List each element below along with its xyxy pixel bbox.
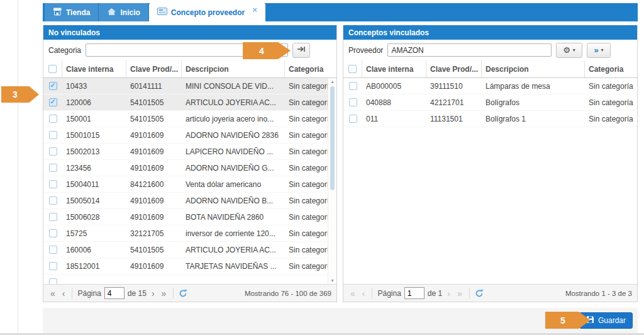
move-right-button[interactable] — [292, 43, 310, 58]
showing-status: Mostrando 1 - 3 de 3 — [565, 290, 632, 297]
tab-concepto-proveedor[interactable]: Concepto proveedor × — [149, 3, 265, 21]
table-row[interactable]: 12345649101609ADORNO NAVIDEÑO G...Sin ca… — [43, 160, 336, 176]
tab-inicio[interactable]: Inicio — [99, 3, 148, 21]
row-checkbox[interactable] — [49, 98, 57, 106]
row-checkbox[interactable] — [49, 213, 57, 221]
column-header[interactable]: Clave interna — [62, 60, 126, 77]
select-all-checkbox[interactable] — [348, 65, 357, 73]
refresh-icon[interactable] — [179, 289, 187, 298]
table-row[interactable]: 1500101549101609ADORNO NAVIDEÑO 2836Sin … — [43, 127, 336, 144]
first-page-button[interactable]: « — [48, 289, 57, 298]
tab-tienda[interactable]: Tienda — [45, 3, 99, 21]
column-header[interactable]: Clave interna — [362, 60, 426, 77]
table-row[interactable]: 1851200149101609TARJETAS NAVIDEÑAS ...Si… — [43, 258, 336, 275]
cell-clave_interna: AB000005 — [362, 82, 426, 91]
column-header[interactable]: Descripcion — [482, 60, 585, 77]
page-input[interactable] — [404, 287, 425, 299]
tab-label: Concepto proveedor — [171, 8, 245, 17]
checkbox-cell — [43, 164, 62, 172]
cell-descripcion: TARJETAS NAVIDEÑAS ... — [182, 262, 285, 271]
left-table-header: Clave interna Clave Prod/... Descripcion… — [43, 60, 336, 78]
next-page-button[interactable]: › — [445, 289, 452, 298]
checkbox-cell — [43, 98, 62, 106]
cell-clave_interna: 15002013 — [62, 147, 126, 156]
row-checkbox[interactable] — [349, 115, 357, 123]
row-checkbox[interactable] — [49, 262, 57, 270]
refresh-icon[interactable] — [475, 289, 484, 298]
first-page-button[interactable]: « — [348, 289, 357, 298]
row-checkbox[interactable] — [49, 278, 57, 284]
table-row[interactable] — [43, 275, 336, 284]
last-page-button[interactable]: » — [455, 289, 464, 298]
row-checkbox[interactable] — [49, 164, 57, 172]
table-row[interactable]: 16000654101505ARTICULO JOYERIA AC...Sin … — [43, 242, 336, 258]
table-row[interactable]: 1043360141111MINI CONSOLA DE VID...Sin c… — [43, 78, 336, 94]
cell-clave_prod: 49101609 — [126, 213, 182, 222]
proveedor-input[interactable] — [387, 43, 552, 57]
cell-clave_prod: 32121705 — [126, 229, 182, 238]
vertical-scrollbar[interactable]: ▴ ▾ — [328, 78, 336, 284]
row-checkbox[interactable] — [49, 131, 57, 139]
last-page-button[interactable]: » — [160, 289, 169, 298]
next-page-button[interactable]: › — [150, 289, 157, 298]
row-checkbox[interactable] — [49, 82, 57, 90]
more-actions-button[interactable]: » ▾ — [587, 43, 611, 58]
column-header[interactable]: Clave Prod/... — [426, 60, 482, 77]
panel-title: Conceptos vinculados — [343, 25, 637, 40]
column-header[interactable]: Descripcion — [182, 60, 285, 77]
cell-categoria: Sin categoría — [585, 98, 637, 107]
scrollbar-thumb[interactable] — [330, 86, 335, 190]
store-icon — [53, 8, 62, 18]
cell-descripcion: Venta dólar americano — [182, 180, 285, 189]
row-checkbox[interactable] — [49, 147, 57, 156]
cell-clave_interna: 150001 — [62, 115, 126, 123]
cell-descripcion: ADORNO NAVIDEÑO G... — [182, 164, 285, 173]
row-checkbox[interactable] — [49, 180, 57, 188]
table-row[interactable]: 1500602849101609BOTA NAVIDEÑA 2860Sin ca… — [43, 209, 336, 225]
row-checkbox[interactable] — [49, 115, 57, 123]
page-label: Página — [77, 289, 101, 298]
table-row[interactable]: 1500201349101609LAPICERO NAVIDEÑO ...Sin… — [43, 144, 336, 160]
row-checkbox[interactable] — [349, 98, 357, 106]
column-header[interactable]: Categoria — [285, 60, 336, 77]
page-input[interactable] — [104, 287, 125, 299]
checkbox-cell — [43, 213, 62, 221]
row-checkbox[interactable] — [49, 246, 57, 254]
cell-clave_interna: 15004011 — [62, 180, 126, 189]
scroll-up-icon[interactable]: ▴ — [328, 79, 336, 84]
column-header[interactable]: Categoria — [585, 60, 637, 77]
cell-categoria: Sin categoría — [585, 115, 637, 123]
right-table-body: AB00000539111510Lámparas de mesaSin cate… — [343, 78, 637, 284]
tab-bar: Tienda Inicio Concepto proveedor × — [43, 3, 638, 21]
table-row[interactable]: 1572532121705inversor de corriente 120..… — [43, 225, 336, 242]
row-checkbox[interactable] — [49, 229, 57, 237]
checkbox-cell — [43, 262, 62, 270]
panel-conceptos-vinculados: Conceptos vinculados Proveedor ⚙ ▾ » ▾ C… — [343, 25, 638, 302]
row-checkbox[interactable] — [49, 196, 57, 205]
cell-clave_prod: 49101609 — [126, 147, 182, 156]
checkbox-cell — [43, 278, 62, 284]
table-row[interactable]: AB00000539111510Lámparas de mesaSin cate… — [343, 78, 637, 94]
column-header[interactable]: Clave Prod/... — [126, 60, 182, 77]
cell-clave_prod: 39111510 — [426, 82, 482, 91]
close-icon[interactable]: × — [252, 6, 257, 14]
proveedor-label: Proveedor — [348, 46, 383, 55]
settings-button[interactable]: ⚙ ▾ — [556, 43, 582, 58]
cell-clave_prod: 49101609 — [126, 131, 182, 140]
home-icon — [107, 8, 116, 18]
cell-descripcion: MINI CONSOLA DE VID... — [182, 82, 285, 91]
right-toolbar: Proveedor ⚙ ▾ » ▾ — [343, 40, 637, 60]
scroll-down-icon[interactable]: ▾ — [328, 278, 336, 283]
caret-down-icon: ▾ — [573, 47, 575, 53]
table-row[interactable]: 1500401184121600Venta dólar americanoSin… — [43, 176, 336, 193]
row-checkbox[interactable] — [349, 82, 357, 90]
table-row[interactable]: 15000154101505articulo joyeria acero ino… — [43, 111, 336, 127]
select-all-checkbox[interactable] — [48, 65, 57, 73]
prev-page-button[interactable]: ‹ — [60, 289, 67, 298]
cell-clave_interna: 10433 — [62, 82, 126, 91]
table-row[interactable]: 1500501449101609ADORNO NAVIDEÑO B...Sin … — [43, 193, 336, 209]
prev-page-button[interactable]: ‹ — [360, 289, 367, 298]
table-row[interactable]: 01111131501Bolígrafos 1Sin categoría — [343, 111, 637, 127]
table-row[interactable]: 12000654101505ARTICULO JOYERIA AC...Sin … — [43, 94, 336, 111]
table-row[interactable]: 04088842121701BolígrafosSin categoría — [343, 94, 637, 111]
